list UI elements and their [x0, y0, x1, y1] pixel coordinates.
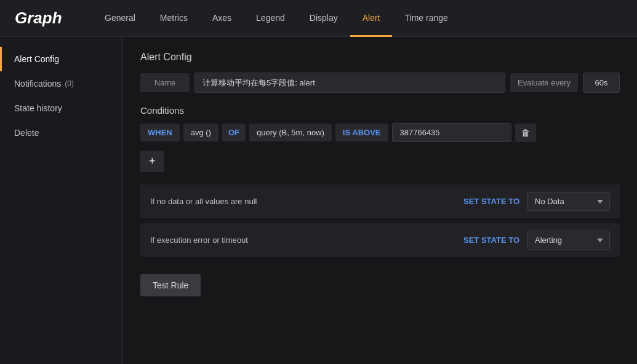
add-condition-button[interactable]: +: [140, 151, 164, 172]
avg-selector[interactable]: avg (): [183, 124, 218, 141]
top-bar: Graph General Metrics Axes Legend Displa…: [0, 0, 637, 37]
state-row-1: If execution error or timeout SET STATE …: [140, 223, 620, 257]
state-select-0[interactable]: No Data Alerting Keep Last State OK: [527, 192, 610, 211]
conditions-title: Conditions: [140, 105, 620, 116]
sidebar-item-state-history[interactable]: State history: [0, 96, 122, 121]
nav-general[interactable]: General: [92, 1, 148, 37]
delete-condition-button[interactable]: 🗑: [515, 124, 536, 142]
threshold-input[interactable]: [392, 123, 511, 142]
app-title: Graph: [0, 9, 92, 28]
name-input[interactable]: [194, 73, 505, 93]
state-condition-1: If execution error or timeout: [150, 235, 456, 245]
sidebar-item-alert-config[interactable]: Alert Config: [0, 47, 122, 71]
state-condition-0: If no data or all values are null: [150, 197, 456, 206]
alert-config-title: Alert Config: [140, 52, 620, 63]
notifications-badge: (0): [65, 79, 74, 88]
condition-row: WHEN avg () OF query (B, 5m, now) IS ABO…: [140, 123, 620, 142]
nav-axes[interactable]: Axes: [200, 1, 244, 37]
evaluate-label: Evaluate every: [510, 73, 578, 92]
conditions-section: Conditions WHEN avg () OF query (B, 5m, …: [140, 105, 620, 172]
query-selector[interactable]: query (B, 5m, now): [249, 124, 332, 141]
state-rows: If no data or all values are null SET ST…: [140, 184, 620, 257]
nav-time-range[interactable]: Time range: [392, 1, 460, 37]
name-row: Name Evaluate every 60s: [140, 73, 620, 93]
sidebar: Alert Config Notifications (0) State his…: [0, 37, 123, 364]
top-nav: General Metrics Axes Legend Display Aler…: [92, 0, 637, 36]
state-row-0: If no data or all values are null SET ST…: [140, 184, 620, 218]
is-above-label: IS ABOVE: [335, 124, 388, 141]
main-container: Alert Config Notifications (0) State his…: [0, 37, 637, 364]
name-label: Name: [140, 73, 190, 92]
evaluate-value: 60s: [583, 73, 620, 93]
nav-display[interactable]: Display: [297, 1, 350, 37]
test-rule-button[interactable]: Test Rule: [140, 274, 201, 296]
of-label: OF: [222, 124, 246, 141]
sidebar-item-delete[interactable]: Delete: [0, 121, 122, 145]
nav-legend[interactable]: Legend: [244, 1, 297, 37]
set-state-to-1: SET STATE TO: [463, 235, 519, 245]
when-label: WHEN: [140, 124, 180, 141]
sidebar-item-notifications[interactable]: Notifications (0): [0, 71, 122, 96]
set-state-to-0: SET STATE TO: [463, 197, 519, 206]
nav-alert[interactable]: Alert: [350, 1, 393, 37]
content-area: Alert Config Name Evaluate every 60s Con…: [123, 37, 637, 364]
state-select-1[interactable]: Alerting No Data Keep Last State OK: [527, 231, 610, 250]
nav-metrics[interactable]: Metrics: [148, 1, 200, 37]
